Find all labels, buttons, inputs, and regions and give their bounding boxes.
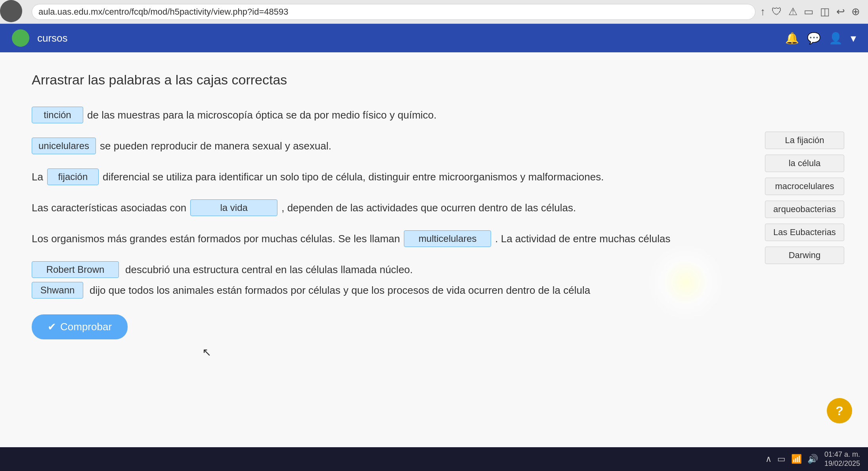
user-icon[interactable]: 👤 (829, 32, 843, 45)
chat-icon[interactable]: 💬 (807, 32, 821, 45)
drag-box-multicelulares[interactable]: multicelulares (404, 230, 491, 247)
extension-icon[interactable]: ⊕ (851, 6, 860, 18)
sentence-row-1: tinción de las muestras para la microsco… (32, 107, 836, 123)
sentence-text-2: se pueden reproducir de manera sexual y … (100, 140, 331, 152)
taskbar-volume-icon: 🔊 (807, 454, 818, 464)
tab-icon[interactable]: ◫ (820, 6, 830, 18)
word-bank-item-1[interactable]: la célula (765, 155, 844, 172)
warning-icon[interactable]: ⚠ (788, 6, 797, 18)
taskbar-monitor-icon: ▭ (777, 454, 786, 464)
taskbar-icons: ∧ ▭ 📶 🔊 (765, 454, 818, 464)
brave-shield-icon[interactable]: 🛡 (772, 6, 782, 18)
bell-icon[interactable]: 🔔 (785, 32, 799, 45)
word-bank-item-5[interactable]: Darwing (765, 247, 844, 264)
sentence-text-3: diferencial se utiliza para identificar … (103, 171, 604, 183)
browser-icons: ↑ 🛡 ⚠ ▭ ◫ ↩ ⊕ (760, 6, 860, 18)
help-button[interactable]: ? (827, 398, 852, 423)
sentence-row-2: unicelulares se pueden reproducir de man… (32, 138, 836, 154)
back-icon[interactable]: ↩ (836, 6, 845, 18)
sentence-row-5: Los organismos más grandes están formado… (32, 230, 836, 247)
word-bank: La fijación la célula macrocelulares arq… (765, 132, 844, 264)
stacked-row-1: Robert Brown descubrió una estructura ce… (32, 261, 836, 278)
nav-icons-right: 🔔 💬 👤 ▾ (785, 32, 856, 45)
sentence-row-3: La fijación diferencial se utiliza para … (32, 168, 836, 185)
drag-box-lavida[interactable]: la vida (190, 199, 277, 216)
stacked-text-1: descubrió una estructura central en las … (125, 264, 413, 276)
browser-avatar (0, 0, 22, 22)
drag-box-shwann[interactable]: Shwann (32, 282, 83, 299)
taskbar-datetime: 01:47 a. m. 19/02/2025 (824, 450, 860, 469)
drag-box-robert-brown[interactable]: Robert Brown (32, 261, 119, 278)
taskbar-up-icon: ∧ (765, 454, 772, 464)
word-bank-item-3[interactable]: arqueobacterias (765, 201, 844, 218)
nav-title: cursos (37, 32, 68, 44)
browser-bar: ↑ 🛡 ⚠ ▭ ◫ ↩ ⊕ (0, 0, 868, 24)
taskbar-network-icon: 📶 (791, 454, 802, 464)
sentence-prefix-5: Los organismos más grandes están formado… (32, 233, 400, 245)
sentence-prefix-4: Las características asociadas con (32, 202, 186, 214)
sentence-text-1: de las muestras para la microscopía ópti… (87, 109, 437, 121)
url-bar[interactable] (32, 4, 755, 20)
sentence-text-4: , dependen de las actividades que ocurre… (281, 202, 576, 214)
comprobar-label: Comprobar (60, 321, 112, 333)
site-logo (12, 29, 29, 47)
drag-box-unicelulares[interactable]: unicelulares (32, 138, 96, 154)
word-bank-item-0[interactable]: La fijación (765, 132, 844, 149)
main-content: Arrastrar las palabras a las cajas corre… (0, 52, 868, 449)
dropdown-icon[interactable]: ▾ (851, 32, 856, 45)
comprobar-button[interactable]: ✔ Comprobar (32, 314, 128, 339)
stacked-row-2: Shwann dijo que todos los animales están… (32, 282, 836, 299)
page-title: Arrastrar las palabras a las cajas corre… (32, 72, 836, 88)
drag-box-fijacion[interactable]: fijación (47, 168, 99, 185)
sentence-text-5: . La actividad de entre muchas células (495, 233, 670, 245)
check-icon: ✔ (48, 321, 56, 333)
stacked-text-2: dijo que todos los animales están formad… (90, 284, 590, 297)
cursor: ↖ (202, 346, 211, 359)
drag-box-tincion[interactable]: tinción (32, 107, 83, 123)
window-icon[interactable]: ▭ (804, 6, 814, 18)
taskbar: ∧ ▭ 📶 🔊 01:47 a. m. 19/02/2025 (0, 447, 868, 471)
word-bank-item-2[interactable]: macrocelulares (765, 178, 844, 195)
share-icon[interactable]: ↑ (760, 6, 765, 18)
sentence-row-4: Las características asociadas con la vid… (32, 199, 836, 216)
taskbar-time-value: 01:47 a. m. (824, 450, 860, 459)
sentence-prefix-3: La (32, 171, 43, 183)
word-bank-item-4[interactable]: Las Eubacterias (765, 224, 844, 241)
nav-bar: cursos 🔔 💬 👤 ▾ (0, 24, 868, 52)
taskbar-date-value: 19/02/2025 (824, 459, 860, 468)
stacked-sentences: Robert Brown descubrió una estructura ce… (32, 261, 836, 299)
